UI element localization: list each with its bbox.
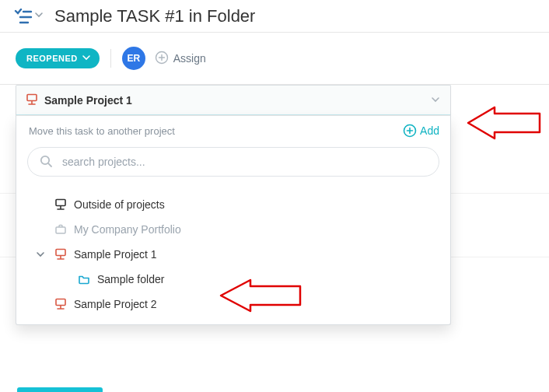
svg-rect-10 bbox=[56, 200, 65, 206]
svg-rect-14 bbox=[56, 250, 65, 256]
project-icon bbox=[54, 198, 68, 211]
project-tree: Outside of projects My Company Portfolio… bbox=[16, 187, 450, 317]
tree-item-outside[interactable]: Outside of projects bbox=[23, 192, 444, 217]
tree-item-folder[interactable]: Sample folder bbox=[23, 267, 444, 292]
chevron-down-icon[interactable] bbox=[34, 7, 44, 25]
chevron-down-icon[interactable] bbox=[430, 94, 441, 107]
tree-label: Sample Project 1 bbox=[74, 248, 157, 261]
task-list-icon[interactable] bbox=[14, 9, 33, 24]
chevron-down-icon bbox=[82, 54, 90, 63]
project-icon bbox=[54, 248, 68, 261]
move-hint: Move this task to another project bbox=[29, 125, 175, 137]
add-button[interactable]: Add bbox=[403, 124, 439, 138]
project-dropdown: Move this task to another project Add Ou… bbox=[16, 116, 451, 325]
assign-label: Assign bbox=[173, 52, 206, 65]
toolbar: REOPENED ER Assign bbox=[0, 33, 549, 85]
plus-circle-icon bbox=[155, 51, 169, 67]
tree-item-portfolio[interactable]: My Company Portfolio bbox=[23, 217, 444, 242]
tree-item-sp1[interactable]: Sample Project 1 bbox=[23, 242, 444, 267]
search-icon bbox=[39, 154, 53, 170]
assign-button[interactable]: Assign bbox=[155, 51, 206, 67]
separator bbox=[110, 49, 111, 68]
tree-label: Outside of projects bbox=[74, 198, 165, 211]
tree-label: My Company Portfolio bbox=[74, 223, 181, 236]
add-label: Add bbox=[420, 124, 439, 137]
svg-line-9 bbox=[48, 163, 51, 166]
status-label: REOPENED bbox=[26, 54, 78, 63]
project-icon bbox=[26, 93, 38, 108]
svg-rect-17 bbox=[56, 299, 65, 306]
status-button[interactable]: REOPENED bbox=[16, 48, 100, 68]
task-title[interactable]: Sample TASK #1 in Folder bbox=[54, 6, 255, 26]
project-panel-header[interactable]: Sample Project 1 bbox=[16, 85, 451, 116]
briefcase-icon bbox=[54, 223, 68, 236]
avatar[interactable]: ER bbox=[122, 47, 145, 70]
search-input[interactable] bbox=[61, 155, 428, 169]
avatar-initials: ER bbox=[127, 53, 140, 64]
title-bar: Sample TASK #1 in Folder bbox=[0, 0, 549, 33]
svg-rect-13 bbox=[56, 227, 65, 233]
chevron-down-icon[interactable] bbox=[35, 250, 46, 259]
folder-icon bbox=[77, 273, 91, 285]
tree-item-sp2[interactable]: Sample Project 2 bbox=[23, 292, 444, 317]
project-name: Sample Project 1 bbox=[44, 94, 132, 107]
svg-rect-4 bbox=[27, 94, 37, 100]
project-icon bbox=[54, 298, 68, 310]
tree-label: Sample Project 2 bbox=[74, 298, 157, 310]
active-tab-indicator bbox=[17, 387, 103, 392]
tree-label: Sample folder bbox=[97, 273, 164, 285]
search-box[interactable] bbox=[27, 147, 439, 177]
